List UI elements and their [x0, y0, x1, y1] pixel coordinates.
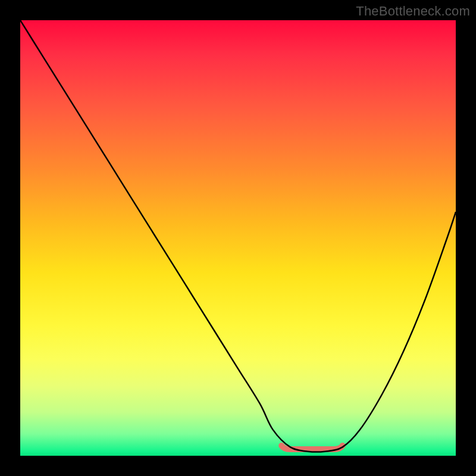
chart-frame: TheBottleneck.com [0, 0, 476, 476]
bottleneck-curve [20, 20, 456, 452]
attribution-text: TheBottleneck.com [356, 4, 470, 19]
plot-area [20, 20, 456, 456]
curve-layer [20, 20, 456, 456]
